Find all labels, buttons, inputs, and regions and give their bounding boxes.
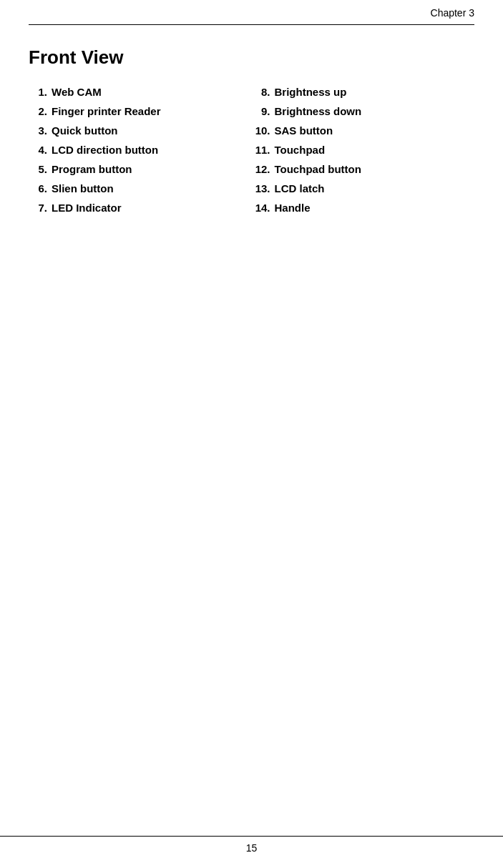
item-number: 11.	[252, 144, 275, 156]
item-text: Brightness down	[275, 105, 362, 117]
item-text: Touchpad	[275, 144, 326, 156]
list-item: 10.SAS button	[252, 124, 475, 137]
item-text: Web CAM	[52, 86, 102, 98]
right-column: 8.Brightness up9.Brightness down10.SAS b…	[252, 86, 475, 221]
list-item: 12.Touchpad button	[252, 163, 475, 175]
two-column-layout: 1.Web CAM2.Finger printer Reader3.Quick …	[29, 86, 474, 221]
item-text: Finger printer Reader	[52, 105, 161, 117]
list-item: 6.Slien button	[29, 182, 252, 194]
item-number: 10.	[252, 124, 275, 137]
item-text: LCD latch	[275, 182, 325, 194]
item-number: 4.	[29, 144, 52, 156]
list-item: 3.Quick button	[29, 124, 252, 137]
item-text: Program button	[52, 163, 132, 175]
item-number: 1.	[29, 86, 52, 98]
item-number: 3.	[29, 124, 52, 137]
list-item: 1.Web CAM	[29, 86, 252, 98]
item-number: 5.	[29, 163, 52, 175]
item-number: 8.	[252, 86, 275, 98]
item-number: 13.	[252, 182, 275, 194]
list-item: 5.Program button	[29, 163, 252, 175]
item-text: Quick button	[52, 124, 118, 137]
page-title: Front View	[29, 46, 474, 69]
page-footer: 15	[0, 836, 503, 854]
left-column: 1.Web CAM2.Finger printer Reader3.Quick …	[29, 86, 252, 221]
item-number: 9.	[252, 105, 275, 117]
item-text: Brightness up	[275, 86, 347, 98]
page-number: 15	[246, 842, 258, 854]
item-number: 7.	[29, 202, 52, 214]
list-item: 4.LCD direction button	[29, 144, 252, 156]
list-item: 14.Handle	[252, 202, 475, 214]
page-container: Chapter 3 Front View 1.Web CAM2.Finger p…	[0, 0, 503, 868]
item-number: 12.	[252, 163, 275, 175]
item-text: Touchpad button	[275, 163, 361, 175]
list-item: 11.Touchpad	[252, 144, 475, 156]
item-text: LED Indicator	[52, 202, 122, 214]
item-text: SAS button	[275, 124, 333, 137]
list-item: 13.LCD latch	[252, 182, 475, 194]
item-number: 6.	[29, 182, 52, 194]
item-number: 2.	[29, 105, 52, 117]
item-text: Slien button	[52, 182, 114, 194]
item-text: Handle	[275, 202, 311, 214]
list-item: 7.LED Indicator	[29, 202, 252, 214]
list-item: 9.Brightness down	[252, 105, 475, 117]
item-number: 14.	[252, 202, 275, 214]
chapter-header: Chapter 3	[29, 0, 474, 25]
list-item: 2.Finger printer Reader	[29, 105, 252, 117]
list-item: 8.Brightness up	[252, 86, 475, 98]
item-text: LCD direction button	[52, 144, 158, 156]
chapter-label: Chapter 3	[431, 7, 474, 19]
